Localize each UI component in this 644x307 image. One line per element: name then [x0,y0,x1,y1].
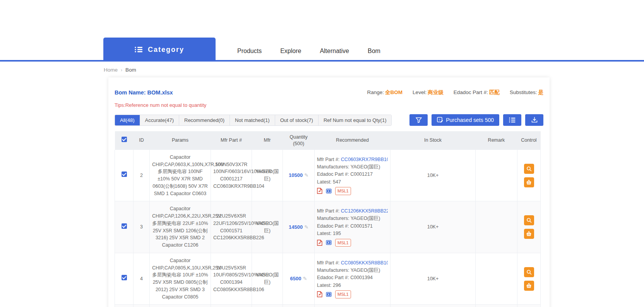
edit-quantity-icon[interactable]: ✎ [304,172,308,179]
search-stock-button[interactable] [524,215,534,225]
rec-manufacturer-value: YAGEO(国巨) [351,164,380,170]
quantity-value: 6500 [290,276,301,281]
basket-icon [526,231,532,237]
tab-ref-num-not-equal[interactable]: Ref Num not equal to Qty(1) [319,115,392,125]
row-checkbox[interactable] [122,275,127,280]
add-to-basket-button[interactable] [524,177,534,187]
nav-link-products[interactable]: Products [237,48,262,55]
rec-latest-value: 547 [333,179,341,185]
meta-level-label: Level: [413,89,426,95]
cell-mfr-part: 22U25V6X5R 22UF/1206/25V/10%/X5R C000157… [211,201,252,253]
rec-latest-value: 195 [333,231,341,236]
rec-edadoc-value: C0001571 [350,223,373,229]
search-icon [526,218,532,223]
list-view-button[interactable] [503,114,521,126]
cell-mfr-part: 1U10V3X7R 1UF/0603/10V/10%/X7R C0001177 … [211,305,252,307]
add-to-basket-button[interactable] [524,281,534,291]
rec-edadoc-label: Edadoc Part #: [317,223,349,229]
cell-remark [476,253,517,305]
download-button[interactable] [525,114,543,126]
header-quantity-line1: Quantity [284,134,313,141]
search-stock-button[interactable] [524,267,534,277]
basket-icon [526,180,532,185]
rec-part-link[interactable]: CC0805KKX5R8BB106 [341,260,388,266]
bom-name: Bom Name: BOM.xlsx [115,89,173,96]
meta-range-label: Range: [367,89,384,95]
cell-quantity: 6500✎ [283,253,315,305]
breadcrumb-separator-icon: › [121,67,122,73]
rec-mfr-part-label: Mfr Part #: [317,208,339,214]
meta-substitutes: Substitutes:是 [510,89,543,96]
table-row: 4 Capacitor CHIP,CAP,0805,K,10U,X5R,25V … [115,253,541,305]
cell-recommended: Mfr Part #: CC0603KRX7R6BB105 Manufactur… [315,305,391,307]
table-row: 2 Capacitor CHIP,CAP,0603,K,100N,X7R,50V… [115,150,541,201]
row-checkbox[interactable] [122,172,127,177]
chip-preview-icon[interactable] [325,292,332,297]
cell-remark [476,150,517,201]
purchased-sets-button[interactable]: ? Purchased sets 500 [432,114,499,126]
edit-quantity-icon[interactable]: ✎ [303,275,307,283]
header-mfr: Mfr [252,131,283,150]
cell-mfr: YAGEO(国巨) [252,201,283,253]
cell-control [517,253,541,305]
breadcrumb-current: Bom [125,67,136,73]
meta-edadoc-part: Edadoc Part #:匹配 [454,89,500,96]
download-icon [531,117,538,123]
tab-not-matched[interactable]: Not matched(1) [230,115,275,125]
rec-edadoc-value: C0001394 [350,275,373,280]
rec-manufacturer-value: YAGEO(国巨) [351,268,380,273]
cell-quantity: 1500✎ [283,305,315,307]
tab-recommended[interactable]: Recommended(0) [179,115,230,125]
cell-params: Capacitor CHIP,CAP,0603,K,100N,X7R,50V 多… [150,150,211,201]
row-checkbox[interactable] [122,223,127,229]
edit-quantity-icon[interactable]: ✎ [304,223,308,231]
tips-message: Tips:Reference num not equal to quantity [115,102,543,108]
filter-button[interactable] [409,114,428,126]
nav-link-explore[interactable]: Explore [280,48,301,55]
chip-preview-icon[interactable] [325,240,332,245]
cell-params: Capacitor CHIP,CAP,0603,K,1U,X7R,10V 多层陶… [150,305,211,307]
purchased-edit-icon: ? [437,117,443,123]
tab-all[interactable]: All(48) [115,115,140,125]
pdf-datasheet-icon[interactable] [317,188,322,194]
search-icon [526,269,532,275]
bom-table: ID Params Mfr Part # Mfr Quantity (500) … [115,131,541,307]
header-remark: Remark [476,131,517,150]
category-button[interactable]: Category [103,38,216,62]
cell-recommended: Mfr Part #: CC1206KKX5R8BB226 Manufactur… [315,201,391,253]
cell-remark [476,201,517,253]
nav-link-alternative[interactable]: Alternative [320,48,349,55]
header-params: Params [150,131,211,150]
search-stock-button[interactable] [524,164,534,174]
pdf-datasheet-icon[interactable] [317,291,322,297]
cell-quantity: 14500✎ [283,201,315,253]
pdf-datasheet-icon[interactable] [317,240,322,246]
quantity-value: 10500 [289,172,303,178]
nav-link-bom[interactable]: Bom [368,48,380,55]
top-navigation: Category Products Explore Alternative Bo… [0,0,644,62]
breadcrumb: Home › Bom [0,62,644,73]
cell-params: Capacitor CHIP,CAP,0805,K,10U,X5R,25V 多层… [150,253,211,305]
meta-substitutes-label: Substitutes: [510,89,537,95]
header-mfr-part: Mfr Part # [211,131,252,150]
meta-range: Range:全BOM [367,89,403,96]
header-quantity-line2: (500) [284,141,313,147]
meta-level: Level:商业级 [413,89,444,96]
select-all-checkbox[interactable] [122,137,127,142]
rec-latest-label: Latest: [317,283,332,288]
cell-in-stock: 10K+ [391,201,476,253]
meta-edadoc-label: Edadoc Part #: [454,89,488,95]
rec-part-link[interactable]: CC0603KRX7R9BB104 [341,157,388,162]
tab-accurate[interactable]: Accurate(47) [140,115,179,125]
msl-badge: MSL1 [335,290,351,298]
bom-meta: Range:全BOM Level:商业级 Edadoc Part #:匹配 Su… [367,89,543,96]
rec-part-link[interactable]: CC1206KKX5R8BB226 [341,208,388,214]
breadcrumb-home[interactable]: Home [104,67,118,73]
header-control: Control [517,131,541,150]
cell-mfr-part: 100N50V3X7R 100NF/0603/16V/10%/X7R C0001… [211,150,252,201]
add-to-basket-button[interactable] [524,229,534,239]
chip-preview-icon[interactable] [325,188,332,194]
rec-edadoc-label: Edadoc Part #: [317,275,349,280]
cell-in-stock: 10K+ [391,253,476,305]
tab-out-of-stock[interactable]: Out of stock(7) [275,115,319,125]
